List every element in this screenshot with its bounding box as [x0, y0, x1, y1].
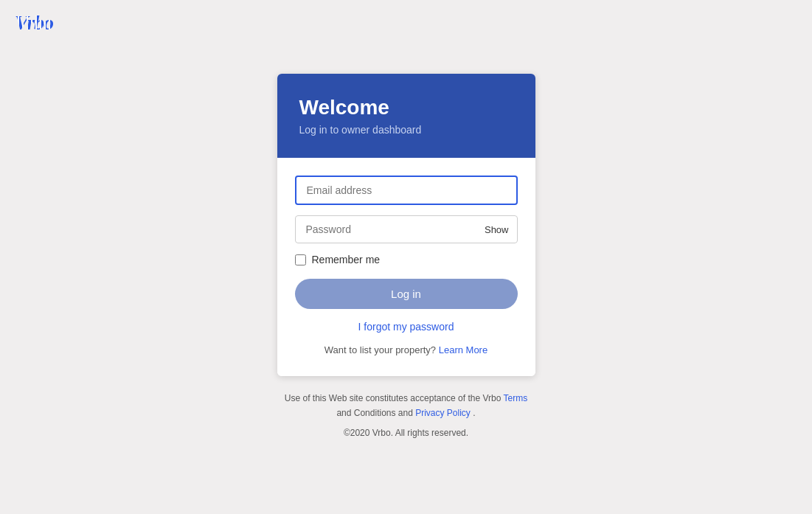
footer-period: .: [473, 408, 475, 418]
footer-terms-text: Use of this Web site constitutes accepta…: [285, 393, 502, 403]
remember-me-checkbox[interactable]: [295, 254, 306, 265]
vrbo-logo: Vrbo: [15, 11, 53, 34]
list-property-section: Want to list your property? Learn More: [295, 344, 518, 355]
terms-link[interactable]: Terms: [503, 393, 527, 403]
footer-and-text: and Conditions and: [336, 408, 412, 418]
logo-area: Vrbo: [15, 11, 53, 35]
card-header: Welcome Log in to owner dashboard: [277, 74, 535, 158]
forgot-password-link[interactable]: I forgot my password: [295, 321, 518, 333]
show-password-button[interactable]: Show: [485, 224, 509, 235]
remember-me-label[interactable]: Remember me: [312, 254, 381, 265]
email-input[interactable]: [295, 176, 518, 205]
card-title: Welcome: [299, 96, 513, 119]
card-subtitle: Log in to owner dashboard: [299, 124, 513, 136]
remember-me-group: Remember me: [295, 254, 518, 265]
list-property-text: Want to list your property?: [325, 344, 436, 355]
email-form-group: [295, 176, 518, 205]
footer-copyright: ©2020 Vrbo. All rights reserved.: [277, 426, 535, 440]
password-wrapper: Show: [295, 215, 518, 243]
footer-terms: Use of this Web site constitutes accepta…: [277, 391, 535, 421]
footer: Use of this Web site constitutes accepta…: [277, 391, 535, 440]
card-body: Show Remember me Log in I forgot my pass…: [277, 158, 535, 376]
password-form-group: Show: [295, 215, 518, 243]
login-button[interactable]: Log in: [295, 279, 518, 309]
privacy-policy-link[interactable]: Privacy Policy: [415, 408, 471, 418]
login-card: Welcome Log in to owner dashboard Show R…: [277, 74, 535, 376]
page-center: Welcome Log in to owner dashboard Show R…: [0, 0, 812, 440]
learn-more-link[interactable]: Learn More: [439, 344, 487, 355]
